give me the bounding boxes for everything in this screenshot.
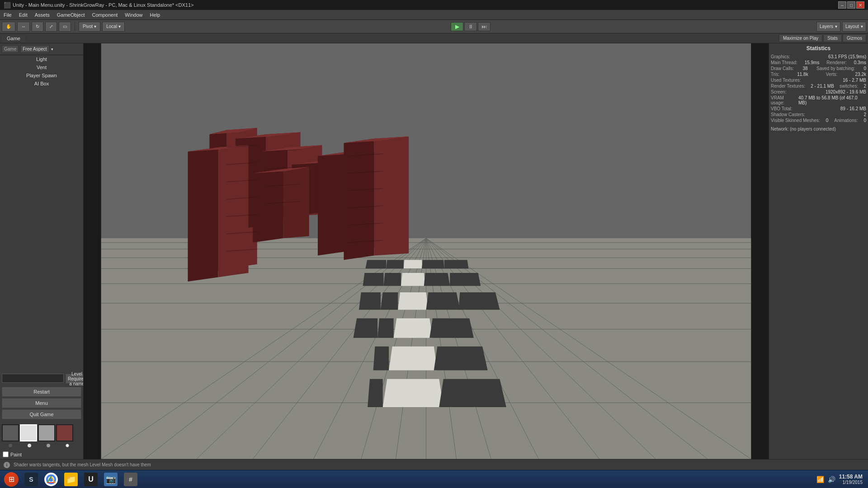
toolbar: ✋ ↔ ↻ ⤢ ▭ Pivot ▾ Local ▾ ▶ ⏸ ⏭ Layers ▾… <box>0 20 868 33</box>
rotate-tool-button[interactable]: ↻ <box>32 22 43 32</box>
render-textures-row: Render Textures: 2 - 21.1 MB switches: 2 <box>771 84 866 89</box>
maximize-on-play-button[interactable]: Maximize on Play <box>779 34 822 42</box>
aspect-ratio-dropdown[interactable]: Free Aspect <box>20 45 49 53</box>
explorer-button[interactable]: 📁 <box>61 471 80 488</box>
taskbar: ⊞ S 📁 U 📷 # 📶 🔊 <box>0 470 868 488</box>
local-button[interactable]: Local ▾ <box>102 22 125 32</box>
scale-tool-button[interactable]: ⤢ <box>45 22 57 32</box>
used-textures-value: 16 - 2.7 MB <box>843 78 866 83</box>
swatch-dot-4 <box>59 443 76 448</box>
status-message: Shader wants tangents, but the mesh Leve… <box>14 462 151 467</box>
toolbar-right: Layers ▾ Layout ▾ <box>816 22 866 32</box>
layout-dropdown[interactable]: Layout ▾ <box>842 22 866 32</box>
svg-marker-32 <box>383 379 443 407</box>
quit-game-button[interactable]: Quit Game <box>2 409 81 419</box>
swatch-dot-1 <box>2 443 19 448</box>
chrome-button[interactable] <box>42 471 61 488</box>
game-view-label: Game <box>2 45 19 53</box>
unity-taskbar-button[interactable]: U <box>81 471 100 488</box>
network-label: Network: (no players connected) <box>771 127 836 131</box>
list-item-player-spawn[interactable]: Player Spawn <box>0 71 83 80</box>
svg-marker-43 <box>434 347 488 371</box>
used-textures-label: Used Textures: <box>771 78 801 83</box>
game-view-controls: Game Free Aspect ▾ <box>0 43 83 55</box>
shadow-value: 2 <box>863 112 866 117</box>
svg-marker-42 <box>429 319 474 338</box>
left-panel-list: Light Vent Player Spawn AI Box <box>0 55 83 372</box>
swatch-red[interactable] <box>56 424 73 441</box>
paint-checkbox[interactable] <box>3 451 9 457</box>
svg-marker-51 <box>458 292 500 310</box>
list-item-light[interactable]: Light <box>0 55 83 63</box>
swatch-white[interactable] <box>20 424 37 441</box>
gizmos-button[interactable]: Gizmos <box>843 34 866 42</box>
skinned-label: Visible Skinned Meshes: <box>771 118 820 123</box>
title-bar-left: ⬛ Unity - Main Menu.unity - ShrinkGrowRa… <box>4 2 193 9</box>
layers-dropdown[interactable]: Layers ▾ <box>816 22 840 32</box>
layout-dropdown-icon: ▾ <box>861 24 863 29</box>
graphics-block: Graphics: 63.1 FPS (15.9ms) Main Thread:… <box>771 54 866 123</box>
scene-viewport <box>84 43 769 459</box>
statistics-title: Statistics <box>771 45 866 52</box>
menu-edit[interactable]: Edit <box>15 11 31 19</box>
swatch-dark[interactable] <box>2 424 19 441</box>
svg-marker-47 <box>359 292 381 310</box>
svg-marker-33 <box>386 260 403 268</box>
menu-window[interactable]: Window <box>121 11 146 19</box>
svg-marker-37 <box>373 347 389 371</box>
menu-file[interactable]: File <box>0 11 15 19</box>
game-view[interactable] <box>84 43 769 459</box>
steam-button[interactable]: S <box>22 471 41 488</box>
pause-button[interactable]: ⏸ <box>464 22 477 31</box>
maximize-button[interactable]: □ <box>847 1 855 9</box>
draw-calls-row: Draw Calls: 38 Saved by batching: 0 <box>771 66 866 71</box>
minimize-button[interactable]: – <box>838 1 846 9</box>
menu-button[interactable]: Menu <box>2 398 81 408</box>
play-button[interactable]: ▶ <box>451 22 463 31</box>
list-item-ai-box[interactable]: AI Box <box>0 80 83 88</box>
svg-marker-36 <box>377 319 393 338</box>
calculator-button[interactable]: # <box>121 471 140 488</box>
taskbar-right: 📶 🔊 11:58 AM 1/19/2015 <box>816 474 866 485</box>
stats-panel: Statistics Graphics: 63.1 FPS (15.9ms) M… <box>769 43 868 459</box>
renderer-label: Renderer: <box>826 60 846 65</box>
vbo-value: 89 - 16.2 MB <box>840 106 866 111</box>
svg-marker-68 <box>374 136 409 256</box>
step-button[interactable]: ⏭ <box>478 22 491 31</box>
stats-button[interactable]: Stats <box>823 34 842 42</box>
status-bar: i Shader wants tangents, but the mesh Le… <box>0 459 868 470</box>
volume-icon: 🔊 <box>828 476 835 483</box>
windows-start-button[interactable]: ⊞ <box>2 471 21 488</box>
list-item-vent[interactable]: Vent <box>0 63 83 71</box>
swatch-gray[interactable] <box>38 424 55 441</box>
photo-viewer-button[interactable]: 📷 <box>101 471 120 488</box>
vram-row: VRAM usage: 40.7 MB to 56.8 MB (of 467.0… <box>771 95 866 105</box>
level-requires-name-button[interactable]: Level Requires a name <box>66 374 84 384</box>
menu-help[interactable]: Help <box>146 11 164 19</box>
svg-marker-30 <box>394 319 433 338</box>
tris-value: 11.8k <box>797 72 808 77</box>
pivot-button[interactable]: Pivot ▾ <box>79 22 100 32</box>
menu-gameobject[interactable]: GameObject <box>53 11 89 19</box>
close-button[interactable]: ✕ <box>856 1 864 9</box>
svg-marker-71 <box>218 145 249 277</box>
unity-logo-icon: ⬛ <box>4 2 11 9</box>
vram-value: 40.7 MB to 56.8 MB (of 467.0 MB) <box>798 95 866 105</box>
screen-row: Screen: 1920x892 - 19.6 MB <box>771 89 866 94</box>
menu-assets[interactable]: Assets <box>31 11 53 19</box>
rect-tool-button[interactable]: ▭ <box>59 22 71 32</box>
skinned-row: Visible Skinned Meshes: 0 Animations: 0 <box>771 118 866 123</box>
hand-tool-button[interactable]: ✋ <box>2 22 15 32</box>
system-clock: 11:58 AM 1/19/2015 <box>839 474 863 485</box>
title-bar-controls[interactable]: – □ ✕ <box>838 1 864 9</box>
vbo-label: VBO Total: <box>771 106 793 111</box>
svg-marker-31 <box>389 347 437 371</box>
used-textures-row: Used Textures: 16 - 2.7 MB <box>771 78 866 83</box>
move-tool-button[interactable]: ↔ <box>17 22 30 32</box>
restart-button[interactable]: Restart <box>2 387 81 397</box>
svg-marker-40 <box>424 273 450 286</box>
paint-label: Paint <box>10 452 22 457</box>
game-tab[interactable]: Game <box>1 34 26 42</box>
level-name-input[interactable] <box>2 374 64 383</box>
menu-component[interactable]: Component <box>88 11 121 19</box>
